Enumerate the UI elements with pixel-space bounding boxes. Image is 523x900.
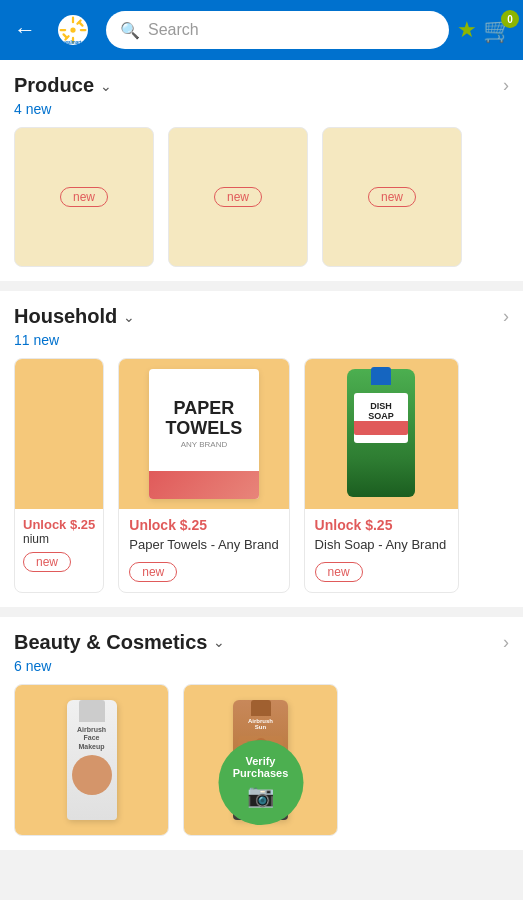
beauty-section: Beauty & Cosmetics ⌄ › 6 new AirbrushFac… [0, 617, 523, 850]
soap-label-area: DISHSOAP [354, 393, 408, 443]
beauty-more-icon[interactable]: › [503, 632, 509, 653]
search-icon: 🔍 [120, 21, 140, 40]
produce-title-wrap[interactable]: Produce ⌄ [14, 74, 112, 97]
partial-card-image [15, 359, 103, 509]
verify-label: VerifyPurchases [233, 755, 289, 779]
household-title-wrap[interactable]: Household ⌄ [14, 305, 135, 328]
household-cards-row: Unlock $.25 nium new PAPERTOWELS ANY BRA… [0, 358, 523, 607]
paper-towels-text: PAPERTOWELS [166, 399, 243, 439]
favorites-icon[interactable]: ★ [457, 17, 477, 43]
new-badge-2: new [214, 187, 262, 207]
svg-rect-5 [80, 29, 87, 31]
paper-towels-product: PAPERTOWELS ANY BRAND [149, 369, 259, 499]
produce-more-icon[interactable]: › [503, 75, 509, 96]
paper-towels-name: Paper Towels - Any Brand [129, 537, 278, 554]
soap-bottle: DISHSOAP [347, 369, 415, 497]
beauty-section-header: Beauty & Cosmetics ⌄ › [0, 617, 523, 658]
dish-soap-unlock-price: Unlock $.25 [315, 517, 448, 533]
search-placeholder: Search [148, 21, 199, 39]
beauty-expand-icon: ⌄ [213, 634, 225, 650]
soap-label-text: DISHSOAP [368, 401, 394, 422]
airbrush-sun-image: AirbrushSun VerifyPurchases 📷 [184, 685, 337, 835]
produce-section: Produce ⌄ › 4 new new new new [0, 60, 523, 281]
household-partial-card[interactable]: Unlock $.25 nium new [14, 358, 104, 593]
verify-purchases-button[interactable]: VerifyPurchases 📷 [218, 740, 303, 825]
dish-soap-name: Dish Soap - Any Brand [315, 537, 448, 554]
makeup-cap [79, 700, 105, 722]
search-bar[interactable]: 🔍 Search [106, 11, 449, 49]
household-section-header: Household ⌄ › [0, 291, 523, 332]
produce-card-1[interactable]: new [14, 127, 154, 267]
paper-towels-info: Unlock $.25 Paper Towels - Any Brand new [119, 509, 288, 592]
soap-cap [371, 367, 391, 385]
dish-soap-info: Unlock $.25 Dish Soap - Any Brand new [305, 509, 458, 592]
produce-title: Produce [14, 74, 94, 97]
soap-label-stripe [354, 421, 408, 435]
dish-soap-new-badge: new [315, 562, 363, 582]
paper-towels-image: PAPERTOWELS ANY BRAND [119, 359, 288, 509]
household-title: Household [14, 305, 117, 328]
produce-section-header: Produce ⌄ › [0, 60, 523, 101]
new-badge-3: new [368, 187, 416, 207]
household-expand-icon: ⌄ [123, 309, 135, 325]
makeup-label-text: AirbrushFaceMakeup [74, 722, 109, 751]
walmart-spark-icon: walmart [55, 12, 91, 48]
sun-cap [251, 700, 271, 716]
camera-icon: 📷 [247, 783, 274, 809]
new-badge-1: new [60, 187, 108, 207]
app-header: ← [0, 0, 523, 60]
dish-soap-product: DISHSOAP [341, 369, 421, 499]
produce-new-count: 4 new [0, 101, 523, 127]
household-section: Household ⌄ › 11 new Unlock $.25 nium ne… [0, 291, 523, 607]
cart-count-badge: 0 [501, 10, 519, 28]
dish-soap-card[interactable]: DISHSOAP Unlock $.25 Dish Soap - Any Bra… [304, 358, 459, 593]
airbrush-makeup-product: AirbrushFaceMakeup [67, 700, 117, 820]
svg-rect-2 [72, 17, 74, 24]
svg-text:walmart: walmart [63, 40, 82, 45]
partial-unlock-price: Unlock $.25 [23, 517, 95, 532]
svg-rect-4 [60, 29, 67, 31]
paper-towels-new-badge: new [129, 562, 177, 582]
sun-label-text: AirbrushSun [246, 716, 275, 732]
header-icons: ★ 🛒 0 [457, 16, 513, 44]
beauty-title-wrap[interactable]: Beauty & Cosmetics ⌄ [14, 631, 225, 654]
dish-soap-image: DISHSOAP [305, 359, 458, 509]
partial-product-name: nium [23, 532, 95, 546]
household-new-count: 11 new [0, 332, 523, 358]
walmart-logo: walmart [48, 12, 98, 48]
partial-new-badge: new [23, 552, 71, 572]
paper-towels-stripe [149, 471, 259, 499]
paper-towels-card[interactable]: PAPERTOWELS ANY BRAND Unlock $.25 Paper … [118, 358, 289, 593]
produce-card-2[interactable]: new [168, 127, 308, 267]
paper-towels-anybrand: ANY BRAND [166, 440, 243, 449]
beauty-new-count: 6 new [0, 658, 523, 684]
paper-towels-unlock-price: Unlock $.25 [129, 517, 278, 533]
produce-cards-row: new new new [0, 127, 523, 281]
produce-card-3[interactable]: new [322, 127, 462, 267]
cart-button[interactable]: 🛒 0 [483, 16, 513, 44]
partial-card-info: Unlock $.25 nium new [15, 509, 103, 582]
airbrush-makeup-card[interactable]: AirbrushFaceMakeup [14, 684, 169, 836]
back-button[interactable]: ← [10, 13, 40, 47]
airbrush-sun-card[interactable]: AirbrushSun VerifyPurchases 📷 [183, 684, 338, 836]
household-more-icon[interactable]: › [503, 306, 509, 327]
makeup-face [72, 755, 112, 795]
beauty-cards-row: AirbrushFaceMakeup AirbrushSun [0, 684, 523, 850]
svg-point-1 [70, 27, 75, 32]
beauty-title: Beauty & Cosmetics [14, 631, 207, 654]
produce-expand-icon: ⌄ [100, 78, 112, 94]
airbrush-makeup-image: AirbrushFaceMakeup [15, 685, 168, 835]
